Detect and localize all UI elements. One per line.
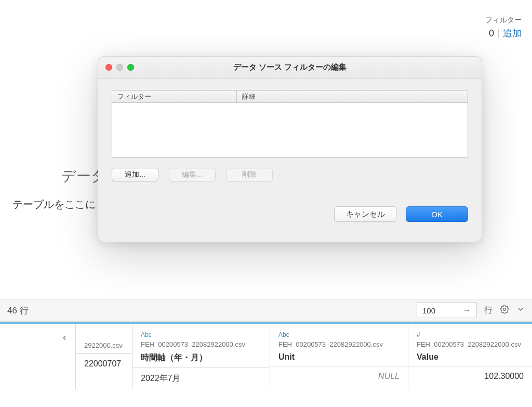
type-indicator-abc-icon: Abc (141, 331, 261, 338)
cancel-button[interactable]: キャンセル (334, 206, 396, 222)
column-name: Unit (278, 352, 400, 362)
type-indicator-abc-icon: Abc (278, 331, 400, 338)
chevron-down-icon[interactable] (516, 305, 525, 316)
data-grid-columns: 2922000.csv 22000707 Abc FEH_00200573_22… (0, 322, 532, 389)
zoom-icon[interactable] (127, 64, 134, 71)
cell-value: 2022年7月 (132, 367, 270, 389)
ok-button[interactable]: OK (406, 206, 468, 222)
data-column[interactable]: Abc FEH_00200573_22082922000.csv Unit NU… (270, 324, 408, 389)
type-indicator-number-icon: # (417, 331, 524, 338)
table-drop-hint: テーブルをここに (12, 198, 96, 212)
data-column[interactable]: 2922000.csv 22000707 (76, 324, 132, 389)
data-column[interactable]: Abc FEH_00200573_22082922000.csv 時間軸（年・月… (132, 324, 270, 389)
cell-value: NULL (270, 366, 408, 386)
column-source: FEH_00200573_22082922000.csv (417, 340, 524, 348)
chevron-left-icon[interactable] (61, 334, 68, 344)
column-source: FEH_00200573_22082922000.csv (141, 340, 261, 348)
dialog-titlebar: データ ソース フィルターの編集 (98, 57, 482, 78)
arrow-right-icon[interactable]: → (463, 306, 471, 315)
column-source: FEH_00200573_22082922000.csv (278, 340, 400, 348)
close-icon[interactable] (105, 64, 112, 71)
add-filter-link[interactable]: 追加 (503, 27, 522, 40)
gear-icon[interactable] (500, 305, 509, 316)
column-header-filter: フィルター (112, 90, 237, 102)
data-column[interactable]: # FEH_00200573_22082922000.csv Value 102… (408, 324, 532, 389)
rows-suffix-label: 行 (484, 305, 493, 316)
divider (498, 29, 499, 38)
dialog-title: データ ソース フィルターの編集 (98, 62, 482, 72)
rows-limit-input[interactable]: 100 → (417, 303, 477, 318)
edit-button: 編集... (169, 168, 216, 181)
cell-value: 22000707 (76, 353, 132, 374)
cell-value: 102.30000 (408, 366, 532, 386)
svg-point-0 (503, 308, 506, 311)
filter-list[interactable]: フィルター 詳細 (112, 90, 468, 157)
data-grid-toolbar: 46 行 100 → 行 (0, 299, 532, 322)
datasource-filter-dialog: データ ソース フィルターの編集 フィルター 詳細 追加... 編集... 削除… (98, 56, 482, 242)
rows-limit-value: 100 (422, 306, 435, 315)
column-name: 時間軸（年・月） (141, 352, 261, 363)
column-name: Value (417, 352, 524, 362)
column-source: 2922000.csv (84, 342, 124, 349)
filter-count: 0 (489, 28, 494, 39)
filter-section-label: フィルター (485, 16, 522, 25)
rows-count-label: 46 行 (7, 305, 29, 317)
minimize-icon (116, 64, 123, 71)
remove-button: 削除 (226, 168, 273, 181)
add-button[interactable]: 追加... (112, 168, 158, 181)
column-header-detail: 詳細 (237, 90, 468, 102)
